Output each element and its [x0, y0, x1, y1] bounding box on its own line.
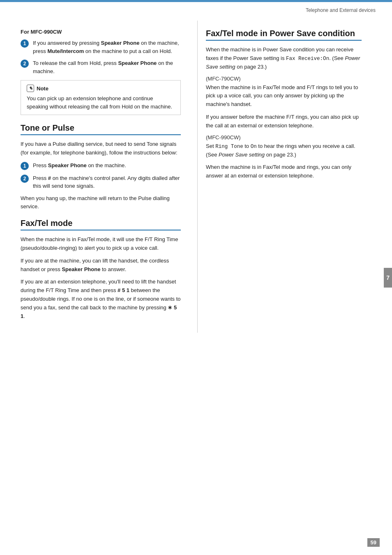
step-text-1: If you answered by pressing Speaker Phon…	[33, 39, 181, 55]
left-column: For MFC-990CW 1 If you answered by press…	[0, 21, 193, 333]
step-990-2: 2 To release the call from Hold, press S…	[21, 59, 181, 75]
note-icon: ✎	[27, 85, 34, 92]
right-column: Fax/Tel mode in Power Save condition Whe…	[197, 21, 378, 333]
breadcrumb: Telephone and External devices	[306, 7, 376, 13]
fax-tel-divider	[21, 230, 181, 230]
tone-step-1: 1 Press Speaker Phone on the machine.	[21, 161, 181, 170]
tone-step-2: 2 Press # on the machine's control panel…	[21, 174, 181, 190]
tone-circle-2: 2	[21, 175, 29, 183]
right-divider	[206, 40, 362, 41]
note-title: ✎ Note	[27, 85, 175, 92]
top-bar	[0, 0, 392, 2]
right-title: Fax/Tel mode in Power Save condition	[206, 29, 362, 38]
mfc790-text2: If you answer before the machine F/T rin…	[206, 113, 362, 130]
fax-tel-para3: If you are at an extension telephone, yo…	[21, 278, 181, 320]
side-tab: 7	[384, 268, 392, 288]
step-circle-1: 1	[21, 39, 29, 48]
tone-pulse-intro: If you have a Pulse dialling service, bu…	[21, 140, 181, 157]
tone-pulse-divider	[21, 134, 181, 135]
note-text: You can pick up an extension telephone a…	[27, 94, 175, 111]
step-circle-2: 2	[21, 60, 29, 68]
mfc990-text1: Set Ring Tone to On to hear the rings wh…	[206, 142, 362, 159]
page-number: 59	[367, 538, 380, 547]
tone-text-2: Press # on the machine's control panel. …	[33, 174, 181, 190]
note-box: ✎ Note You can pick up an extension tele…	[21, 80, 181, 115]
tone-text-1: Press Speaker Phone on the machine.	[33, 161, 126, 170]
tone-pulse-outro: When you hang up, the machine will retur…	[21, 194, 181, 212]
mfc990-label: (MFC-990CW)	[206, 134, 362, 140]
fax-tel-para1: When the machine is in Fax/Tel mode, it …	[21, 235, 181, 253]
page-number-area: 59	[367, 538, 380, 547]
step-text-2: To release the call from Hold, press Spe…	[33, 59, 181, 75]
for-label: For MFC-990CW	[21, 29, 181, 35]
fax-tel-title: Fax/Tel mode	[21, 219, 181, 228]
mfc990-text2: When the machine is in Fax/Tel mode and …	[206, 163, 362, 180]
mfc790-text1: When the machine is in Fax/Tel mode and …	[206, 83, 362, 109]
step-990-1: 1 If you answered by pressing Speaker Ph…	[21, 39, 181, 55]
mfc790-label: (MFC-790CW)	[206, 76, 362, 82]
tone-circle-1: 1	[21, 162, 29, 170]
right-intro: When the machine is in Power Save condit…	[206, 46, 362, 71]
fax-tel-para2: If you are at the machine, you can lift …	[21, 257, 181, 274]
tone-pulse-title: Tone or Pulse	[21, 123, 181, 133]
